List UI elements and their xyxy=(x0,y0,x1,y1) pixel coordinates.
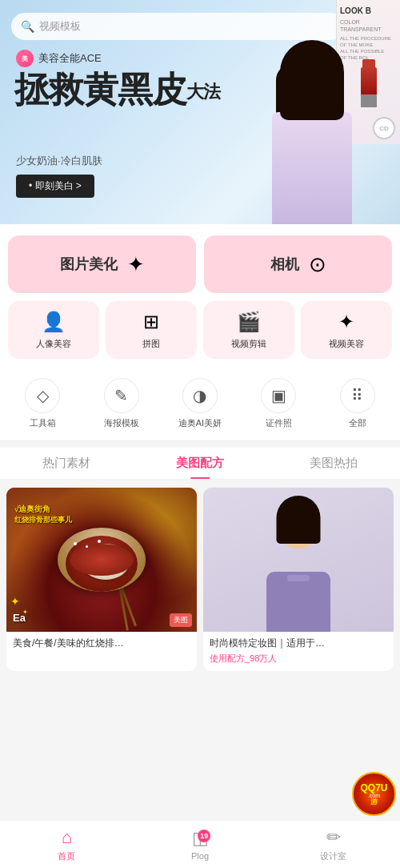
tabs-bar: 热门素材 美图配方 美图热拍 xyxy=(0,448,400,480)
home-label: 首页 xyxy=(58,850,75,862)
poster-label: 海报模板 xyxy=(104,417,139,429)
portrait-card-image: LOOK B COLORTRANSPARENT ALL THE PROCEDUR… xyxy=(203,488,394,632)
watermark-sub: 游 xyxy=(370,798,378,806)
photo-beautify-button[interactable]: 图片美化 ✦ xyxy=(8,235,196,293)
portrait-icon: 👤 xyxy=(42,311,66,333)
camera-label: 相机 xyxy=(270,255,299,274)
food-text-line1: √迪奥街角 xyxy=(14,504,72,515)
collage-label: 拼图 xyxy=(142,338,160,350)
content-grid: √迪奥街角 红烧排骨那些事儿 ✦ ✦ Ea 美图 美食/午餐/美味的红烧排… xyxy=(0,480,400,679)
camera-icon: ⊙ xyxy=(309,252,326,277)
bowl xyxy=(58,528,146,592)
tab-beauty-recipe[interactable]: 美图配方 xyxy=(134,456,267,479)
icon-row: ◇ 工具箱 ✎ 海报模板 ◑ 迪奥AI美妍 ▣ 证件照 ⠿ 全部 xyxy=(0,372,400,441)
star-deco-1: ✦ xyxy=(10,595,20,608)
toolbox-label: 工具箱 xyxy=(30,417,56,429)
person-image xyxy=(203,488,394,632)
video-beauty-label: 视频美容 xyxy=(329,338,364,350)
id-photo-item[interactable]: ▣ 证件照 xyxy=(239,378,318,429)
photo-beautify-label: 图片美化 xyxy=(60,255,118,274)
portrait-body xyxy=(266,572,330,632)
video-edit-label: 视频剪辑 xyxy=(231,338,266,350)
ai-beauty-icon: ◑ xyxy=(182,378,218,413)
brand-name: 美容全能ACE xyxy=(38,51,102,66)
girl-body xyxy=(272,112,352,224)
brand-area: 美 美容全能ACE xyxy=(16,50,102,67)
all-item[interactable]: ⠿ 全部 xyxy=(318,378,397,429)
plog-label: Plog xyxy=(191,851,209,861)
portrait-sub-highlight: 使用配方_ xyxy=(210,653,250,663)
portrait-hair xyxy=(277,496,321,544)
all-label: 全部 xyxy=(349,417,366,429)
watermark-line1: QQ7U xyxy=(360,783,387,793)
bowl-container xyxy=(58,528,146,592)
portrait-beauty-button[interactable]: 👤 人像美容 xyxy=(8,301,99,359)
watermark-circle: QQ7U .com 游 xyxy=(352,772,396,816)
portrait-card-info: 时尚模特定妆图｜适用于… 使用配方_98万人 xyxy=(203,632,394,671)
portrait-sub-count: 98万人 xyxy=(250,653,277,663)
video-edit-icon: 🎬 xyxy=(237,311,261,333)
girl-hair-top xyxy=(280,40,344,120)
toolbox-item[interactable]: ◇ 工具箱 xyxy=(3,378,82,429)
studio-label: 设计室 xyxy=(320,850,346,862)
food-card-image: √迪奥街角 红烧排骨那些事儿 ✦ ✦ Ea 美图 xyxy=(6,488,197,632)
nav-studio[interactable]: ✏ 设计室 xyxy=(266,827,400,862)
all-icon: ⠿ xyxy=(340,378,375,413)
food-tag: 美图 xyxy=(170,613,192,627)
quick-top-row: 图片美化 ✦ 相机 ⊙ xyxy=(8,235,392,293)
photo-beautify-icon: ✦ xyxy=(127,252,145,277)
quick-bottom-row: 👤 人像美容 ⊞ 拼图 🎬 视频剪辑 ✦ 视频美容 xyxy=(8,301,392,359)
nav-plog[interactable]: ◫ Plog 19 xyxy=(134,828,267,861)
tab-hot-shots[interactable]: 美图热拍 xyxy=(266,456,400,479)
poster-icon: ✎ xyxy=(104,378,139,413)
home-icon: ⌂ xyxy=(62,827,72,848)
food-card[interactable]: √迪奥街角 红烧排骨那些事儿 ✦ ✦ Ea 美图 美食/午餐/美味的红烧排… xyxy=(6,488,197,671)
ai-beauty-label: 迪奥AI美妍 xyxy=(178,417,222,429)
food-card-info: 美食/午餐/美味的红烧排… xyxy=(6,632,197,659)
banner-title-suffix: 大法 xyxy=(186,82,220,102)
food-overlay-text: √迪奥街角 红烧排骨那些事儿 xyxy=(14,504,72,525)
banner-title: 拯救黄黑皮大法 xyxy=(14,70,220,109)
tab-hot-materials[interactable]: 热门素材 xyxy=(0,456,134,479)
studio-icon: ✏ xyxy=(326,827,341,848)
toolbox-icon: ◇ xyxy=(25,378,60,413)
banner-subtitle: 少女奶油·冷白肌肤 xyxy=(16,154,102,168)
search-placeholder: 视频模板 xyxy=(39,19,81,34)
video-beauty-icon: ✦ xyxy=(338,311,354,333)
ea-text: Ea xyxy=(13,612,26,624)
portrait-card[interactable]: LOOK B COLORTRANSPARENT ALL THE PROCEDUR… xyxy=(203,488,394,671)
collage-icon: ⊞ xyxy=(143,311,159,333)
search-icon: 🔍 xyxy=(21,20,34,33)
quick-access-grid: 图片美化 ✦ 相机 ⊙ 👤 人像美容 ⊞ 拼图 🎬 视频剪辑 ✦ xyxy=(0,224,400,372)
watermark: QQ7U .com 游 xyxy=(352,772,396,816)
id-photo-label: 证件照 xyxy=(266,417,292,429)
brand-icon: 美 xyxy=(16,50,34,67)
poster-template-item[interactable]: ✎ 海报模板 xyxy=(82,378,160,429)
portrait-card-sub: 使用配方_98万人 xyxy=(210,653,387,665)
cta-button[interactable]: • 即刻美白 > xyxy=(16,175,94,198)
portrait-label: 人像美容 xyxy=(36,338,71,350)
id-photo-icon: ▣ xyxy=(261,378,296,413)
portrait-card-title: 时尚模特定妆图｜适用于… xyxy=(210,637,387,650)
food-card-title: 美食/午餐/美味的红烧排… xyxy=(13,637,190,650)
camera-button[interactable]: 相机 ⊙ xyxy=(204,235,392,293)
bottom-nav: ⌂ 首页 ◫ Plog 19 ✏ 设计室 xyxy=(0,820,400,868)
ai-beauty-item[interactable]: ◑ 迪奥AI美妍 xyxy=(161,378,239,429)
plog-badge: 19 xyxy=(198,830,210,842)
food-text-line2: 红烧排骨那些事儿 xyxy=(14,515,72,525)
collage-button[interactable]: ⊞ 拼图 xyxy=(106,301,197,359)
banner-title-line1: 拯救黄黑皮 xyxy=(14,70,186,109)
video-edit-button[interactable]: 🎬 视频剪辑 xyxy=(203,301,294,359)
video-beauty-button[interactable]: ✦ 视频美容 xyxy=(301,301,392,359)
nav-home[interactable]: ⌂ 首页 xyxy=(0,827,134,862)
